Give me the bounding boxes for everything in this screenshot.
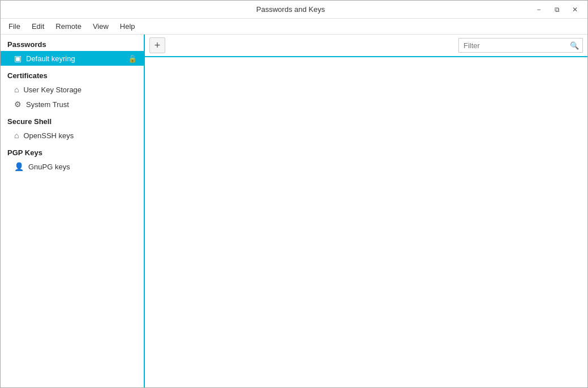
menubar: File Edit Remote View Help bbox=[1, 19, 587, 35]
home-icon-ssh: ⌂ bbox=[14, 131, 19, 140]
sidebar-item-openssh-keys[interactable]: ⌂ OpenSSH keys bbox=[1, 128, 144, 143]
filter-search-icon: 🔍 bbox=[566, 41, 582, 50]
menu-remote[interactable]: Remote bbox=[50, 20, 87, 33]
menu-help[interactable]: Help bbox=[114, 20, 141, 33]
system-trust-label: System Trust bbox=[26, 100, 69, 109]
main-area: Passwords ▣ Default keyring 🔒 Certificat… bbox=[1, 35, 587, 387]
sidebar: Passwords ▣ Default keyring 🔒 Certificat… bbox=[1, 35, 145, 387]
certificates-section-header: Certificates bbox=[1, 66, 144, 82]
sidebar-item-system-trust[interactable]: ⚙ System Trust bbox=[1, 97, 144, 112]
window-title: Passwords and Keys bbox=[50, 5, 531, 14]
close-button[interactable]: ✕ bbox=[567, 3, 583, 16]
default-keyring-label: Default keyring bbox=[26, 54, 75, 63]
filter-container: 🔍 bbox=[458, 38, 583, 53]
sidebar-item-default-keyring[interactable]: ▣ Default keyring 🔒 bbox=[1, 51, 144, 66]
keyring-icon: ▣ bbox=[14, 54, 22, 63]
minimize-button[interactable]: − bbox=[531, 3, 547, 16]
menu-view[interactable]: View bbox=[87, 20, 114, 33]
maximize-button[interactable]: ⧉ bbox=[549, 3, 565, 16]
content-area: + 🔍 bbox=[145, 35, 587, 387]
openssh-keys-label: OpenSSH keys bbox=[23, 131, 74, 140]
pgp-keys-section-header: PGP Keys bbox=[1, 143, 144, 159]
window-controls: − ⧉ ✕ bbox=[531, 3, 583, 16]
menu-file[interactable]: File bbox=[3, 20, 26, 33]
add-button[interactable]: + bbox=[149, 37, 165, 53]
secure-shell-section-header: Secure Shell bbox=[1, 112, 144, 128]
user-key-storage-label: User Key Storage bbox=[23, 86, 81, 94]
sidebar-item-gnupg-keys[interactable]: 👤 GnuPG keys bbox=[1, 159, 144, 174]
filter-input[interactable] bbox=[459, 40, 566, 51]
menu-edit[interactable]: Edit bbox=[26, 20, 50, 33]
person-icon: 👤 bbox=[14, 162, 24, 171]
sidebar-item-user-key-storage[interactable]: ⌂ User Key Storage bbox=[1, 82, 144, 97]
passwords-section-header: Passwords bbox=[1, 35, 144, 51]
main-window: Passwords and Keys − ⧉ ✕ File Edit Remot… bbox=[0, 0, 588, 388]
content-body bbox=[145, 57, 587, 387]
gear-icon: ⚙ bbox=[14, 100, 22, 109]
gnupg-keys-label: GnuPG keys bbox=[28, 163, 70, 171]
titlebar: Passwords and Keys − ⧉ ✕ bbox=[1, 1, 587, 19]
lock-icon: 🔒 bbox=[128, 54, 137, 63]
home-icon: ⌂ bbox=[14, 85, 19, 94]
toolbar: + 🔍 bbox=[145, 35, 587, 57]
